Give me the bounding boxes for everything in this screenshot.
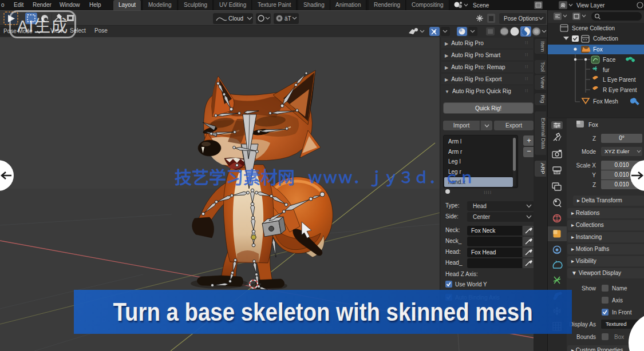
svg-text:Scene: Scene — [473, 2, 489, 9]
svg-text:fur: fur — [603, 67, 610, 73]
svg-text:Fox: Fox — [593, 46, 603, 53]
svg-text:Face: Face — [603, 57, 616, 63]
svg-text:Collection: Collection — [593, 35, 618, 42]
svg-text:View Layer: View Layer — [576, 2, 605, 9]
svg-text:äT: äT — [285, 15, 291, 22]
svg-text:Fox Mesh: Fox Mesh — [593, 98, 618, 105]
svg-text:Scene Collection: Scene Collection — [572, 25, 615, 31]
svg-text:Pose Options: Pose Options — [504, 15, 538, 22]
svg-text:Cloud: Cloud — [228, 15, 243, 22]
svg-text:Fox: Fox — [588, 122, 598, 128]
svg-text:L Eye Parent: L Eye Parent — [603, 77, 636, 83]
svg-text:R Eye Parent: R Eye Parent — [603, 87, 637, 93]
